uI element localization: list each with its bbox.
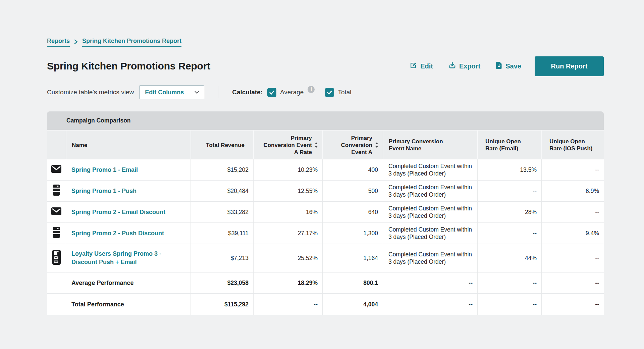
save-button[interactable]: Save (496, 61, 521, 71)
edit-columns-dropdown[interactable]: Edit Columns (139, 85, 204, 99)
column-header-unique-open-rate-email: Unique Open Rate (Email) (477, 131, 541, 159)
channel-icon-cell (47, 223, 66, 244)
conversion-rate-cell: 10.23% (253, 159, 322, 180)
open-rate-push-cell: -- (541, 272, 604, 293)
conversion-count-cell: 4,004 (322, 294, 383, 315)
open-rate-push-cell: 6.9% (541, 181, 604, 201)
total-revenue-cell: $23,058 (191, 272, 253, 293)
title-row: Spring Kitchen Promotions Report Edit Ex… (47, 56, 604, 76)
table-row: Spring Promo 2 - Push Discount $39,111 2… (47, 222, 604, 244)
campaign-name-link[interactable]: Spring Promo 1 - Email (66, 159, 191, 180)
conversion-rate-cell: -- (253, 294, 322, 315)
total-revenue-cell: $20,484 (191, 181, 253, 201)
sort-arrows-icon[interactable] (375, 142, 379, 148)
table-controls: Customize table's metrics view Edit Colu… (47, 85, 604, 100)
channel-icon-cell (47, 294, 66, 315)
conversion-count-cell: 640 (322, 202, 383, 222)
table-row: Loyalty Users Spring Promo 3 - Discount … (47, 244, 604, 272)
conversion-rate-cell: 27.17% (253, 223, 322, 244)
mobile-push-icon (52, 184, 60, 198)
summary-label: Average Performance (66, 272, 191, 293)
conversion-rate-cell: 12.55% (253, 181, 322, 201)
conversion-event-name-cell: Completed Custom Event within 3 days (Pl… (383, 181, 477, 201)
breadcrumb-reports-link[interactable]: Reports (47, 38, 70, 47)
total-performance-row: Total Performance $115,292 -- 4,004 -- -… (47, 293, 604, 315)
table-title-label: Campaign Comparison (66, 117, 131, 124)
open-rate-email-cell: -- (477, 294, 541, 315)
total-revenue-cell: $115,292 (191, 294, 253, 315)
campaign-name-link[interactable]: Spring Promo 1 - Push (66, 181, 191, 201)
vertical-divider (218, 86, 218, 98)
info-circle-icon[interactable]: i (308, 86, 315, 93)
download-icon (448, 61, 456, 71)
total-revenue-cell: $33,282 (191, 202, 253, 222)
email-icon (51, 207, 61, 217)
table-row: Spring Promo 2 - Email Discount $33,282 … (47, 201, 604, 222)
total-revenue-cell: $39,111 (191, 223, 253, 244)
report-page: Reports Spring Kitchen Promotions Report… (0, 0, 644, 349)
save-button-label: Save (505, 62, 521, 70)
sort-arrows-icon[interactable] (314, 142, 318, 148)
conversion-event-name-cell: Completed Custom Event within 3 days (Pl… (383, 244, 477, 272)
campaign-name-link[interactable]: Spring Promo 2 - Email Discount (66, 202, 191, 222)
page-title: Spring Kitchen Promotions Report (47, 60, 210, 72)
conversion-event-name-cell: Completed Custom Event within 3 days (Pl… (383, 223, 477, 244)
breadcrumb: Reports Spring Kitchen Promotions Report (47, 0, 604, 47)
open-rate-push-cell: -- (541, 202, 604, 222)
export-button[interactable]: Export (448, 61, 480, 71)
conversion-count-cell: 800.1 (322, 272, 383, 293)
conversion-event-name-cell: Completed Custom Event within 3 days (Pl… (383, 159, 477, 180)
edit-button[interactable]: Edit (410, 61, 433, 71)
conversion-rate-cell: 16% (253, 202, 322, 222)
campaign-comparison-table: Campaign Comparison Name Total Revenue P… (47, 111, 604, 315)
open-rate-email-cell: -- (477, 181, 541, 201)
conversion-rate-cell: 18.29% (253, 272, 322, 293)
column-header-unique-open-rate-ios-push: Unique Open Rate (iOS Push) (541, 131, 604, 159)
edit-button-label: Edit (420, 62, 433, 70)
conversion-count-cell: 500 (322, 181, 383, 201)
email-icon (51, 165, 61, 174)
table-header-row: Name Total Revenue Primary Conversion Ev… (47, 130, 604, 159)
run-report-button[interactable]: Run Report (535, 56, 604, 76)
conversion-event-name-cell: Completed Custom Event within 3 days (Pl… (383, 202, 477, 222)
open-rate-push-cell: -- (541, 294, 604, 315)
chevron-down-icon (195, 89, 199, 95)
open-rate-email-cell: -- (477, 223, 541, 244)
open-rate-push-cell: -- (541, 159, 604, 180)
campaign-name-link[interactable]: Spring Promo 2 - Push Discount (66, 223, 191, 244)
average-checkbox[interactable] (267, 88, 276, 97)
total-revenue-cell: $7,213 (191, 244, 253, 272)
conversion-count-cell: 1,300 (322, 223, 383, 244)
column-header-icon-spacer (47, 131, 66, 159)
average-performance-row: Average Performance $23,058 18.29% 800.1… (47, 272, 604, 293)
average-checkbox-label: Average (280, 89, 304, 96)
total-revenue-cell: $15,202 (191, 159, 253, 180)
chevron-right-icon (74, 39, 78, 44)
channel-icon-cell (47, 272, 66, 293)
table-row: Spring Promo 1 - Push $20,484 12.55% 500… (47, 180, 604, 201)
breadcrumb-current-report-link[interactable]: Spring Kitchen Promotions Report (82, 38, 181, 47)
column-header-primary-conversion-event-name: Primary Conversion Event Name (383, 131, 477, 159)
column-header-primary-conversion-event-a-rate[interactable]: Primary Conversion Event A Rate (253, 131, 322, 159)
column-header-primary-conversion-event-a[interactable]: Primary Conversion Event A (322, 131, 383, 159)
mobile-push-icon (52, 227, 60, 240)
table-title: Campaign Comparison (47, 111, 604, 130)
conversion-count-cell: 400 (322, 159, 383, 180)
channel-icon-cell (47, 202, 66, 222)
conversion-event-name-cell: -- (383, 294, 477, 315)
campaign-name-link[interactable]: Loyalty Users Spring Promo 3 - Discount … (66, 244, 191, 272)
open-rate-push-cell: -- (541, 244, 604, 272)
conversion-event-name-cell: -- (383, 272, 477, 293)
customize-metrics-label: Customize table's metrics view (47, 89, 134, 96)
file-save-icon (496, 61, 502, 71)
total-checkbox[interactable] (325, 88, 334, 97)
header-actions: Edit Export Save Run Report (410, 56, 604, 76)
edit-columns-label: Edit Columns (145, 89, 184, 96)
edit-pencil-icon (410, 61, 417, 71)
open-rate-email-cell: 13.5% (477, 159, 541, 180)
table-row: Spring Promo 1 - Email $15,202 10.23% 40… (47, 159, 604, 180)
channel-icon-cell (47, 244, 66, 272)
summary-label: Total Performance (66, 294, 191, 315)
channel-icon-cell (47, 181, 66, 201)
open-rate-email-cell: 28% (477, 202, 541, 222)
